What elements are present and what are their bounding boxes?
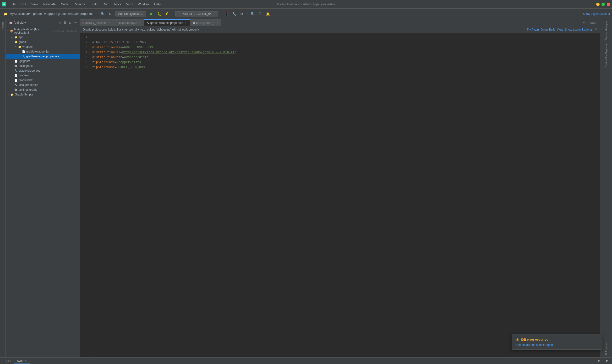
device-selector[interactable]: Pixel 3a API 33 x86_64	[175, 11, 218, 16]
minimize-button[interactable]: −	[596, 3, 599, 6]
bottom-tab-sync-close[interactable]: ×	[25, 359, 27, 363]
title-bar: A File Edit View Navigate Code Refactor …	[0, 0, 612, 9]
editor-tab-bar: ⬡ activity_main.xml × K MainActivity.kt …	[80, 19, 600, 26]
tab-close-gradle-wrapper-properties[interactable]: ×	[184, 21, 187, 25]
ide-error-notification: ⚠ IDE error occurred See details and sub…	[512, 334, 602, 350]
menu-tools[interactable]: Tools	[111, 1, 123, 7]
run-button[interactable]: ▶	[148, 11, 155, 17]
tree-item-build-gradle[interactable]: ▸ 🐘 build.gradle	[6, 64, 80, 68]
device-manager-label[interactable]: Device Manager	[604, 19, 608, 42]
left-sidebar-icons: Project	[0, 19, 6, 357]
tab-settings-icon[interactable]: ⋯	[581, 19, 588, 26]
tab-close-activity-main[interactable]: ×	[108, 21, 111, 25]
build-collapse-icon[interactable]: ▼	[603, 358, 610, 364]
menu-build[interactable]: Build	[88, 1, 100, 7]
tree-item-app[interactable]: ▸ 📁 app	[6, 35, 80, 40]
tab-gradle-wrapper-properties[interactable]: 🔧 gradle-wrapper.properties ×	[144, 19, 190, 26]
show-log-link[interactable]: Show Log in Explorer	[583, 12, 610, 15]
open-build-view-link[interactable]: Open 'Build' View	[541, 28, 563, 31]
notification-text: Gradle project sync failed. Basic functi…	[83, 28, 525, 31]
menu-refactor[interactable]: Refactor	[71, 1, 88, 7]
tab-close-build-gradle[interactable]: ×	[215, 21, 219, 25]
tree-item-gitignore[interactable]: ▸ 📄 .gitignore	[6, 59, 80, 64]
window-controls: − □ ×	[596, 3, 610, 6]
menu-window[interactable]: Window	[136, 1, 151, 7]
tree-root[interactable]: ▾ 📦 MyApplication4 [My Application] C:\U…	[6, 27, 80, 35]
project-settings-icon[interactable]: ⚙	[58, 21, 62, 25]
bottom-tab-build[interactable]: Build	[2, 358, 14, 364]
tab-close-mainactivity[interactable]: ×	[138, 21, 141, 25]
tree-item-local-properties[interactable]: ▸ 🔧 local.properties	[6, 83, 80, 87]
ide-error-submit-link[interactable]: See details and submit report	[516, 343, 553, 347]
close-button[interactable]: ×	[607, 3, 610, 6]
search-everywhere-icon[interactable]: 🔍	[249, 11, 256, 17]
tab-build-gradle[interactable]: 🐘 build.gradle (:) ×	[190, 19, 222, 26]
toolbar-sep-2	[172, 11, 172, 17]
tree-item-wrapper[interactable]: ▾ 📁 wrapper	[6, 44, 80, 49]
menu-help[interactable]: Help	[152, 1, 163, 7]
window-title: My Application - gradle-wrapper.properti…	[277, 2, 335, 6]
code-line-6: zipStoreBase=GRADLE_USER_HOME	[92, 65, 147, 69]
search-icon[interactable]: 🔍	[99, 11, 106, 17]
project-collapse-icon[interactable]: ☰	[63, 21, 67, 25]
menu-view[interactable]: View	[29, 1, 41, 7]
code-content[interactable]: #Thu Dec 15 14:53:32 EET 2022 distributi…	[89, 33, 600, 357]
tree-item-gradle-wrapper-jar[interactable]: ▸ 📄 gradle-wrapper.jar	[6, 49, 80, 54]
ai-assistant-label[interactable]: Assi...	[589, 21, 598, 24]
tree-item-gradlew-bat[interactable]: ▸ 📄 gradlew.bat	[6, 78, 80, 83]
tree-item-gradle-folder[interactable]: ▾ 📁 gradle	[6, 40, 80, 44]
project-tab-label[interactable]: Project	[1, 20, 5, 32]
tree-item-gradlew[interactable]: ▸ 📄 gradlew	[6, 73, 80, 78]
breadcrumb-file[interactable]: gradle-wrapper.properties	[58, 12, 93, 15]
registry-icon[interactable]: ☰	[257, 11, 264, 17]
code-editor[interactable]: 1 2 3 4 5 6 7 #Thu Dec 15 14:53:32 EET 2…	[80, 33, 600, 357]
notification-bar: Gradle project sync failed. Basic functi…	[80, 26, 600, 33]
bottom-panel: Build Sync × ⚙ ▼ ↻ ■ ⊟ 🔍 ⊞ ▾ 🔴 MyApplica…	[0, 357, 612, 364]
maximize-button[interactable]: □	[601, 3, 605, 6]
project-filter-icon[interactable]: ⊟	[68, 21, 72, 25]
code-line-3: distributionUrl=https\://services.gradle…	[92, 50, 236, 54]
menu-vcs[interactable]: VCS	[124, 1, 135, 7]
menu-code[interactable]: Code	[58, 1, 71, 7]
android-view-dropdown[interactable]: 🤖 Android ▾	[8, 21, 27, 24]
project-more-icon[interactable]: ⋯	[73, 21, 78, 25]
tab-mainactivity-kt[interactable]: K MainActivity.kt ×	[114, 19, 144, 26]
toolbar-project-icon[interactable]: 📁	[2, 11, 9, 17]
notifications-icon[interactable]: 🔔	[265, 11, 271, 17]
device-file-explorer-label[interactable]: Device File Explorer	[604, 42, 608, 69]
try-again-link[interactable]: Try Again	[527, 28, 539, 31]
avd-manager-icon[interactable]: 📱	[223, 11, 230, 17]
menu-bar: File Edit View Navigate Code Refactor Bu…	[8, 1, 163, 7]
menu-edit[interactable]: Edit	[18, 1, 28, 7]
toolbar-sep-4	[247, 11, 248, 17]
tree-item-gradle-scripts[interactable]: ▸ 📁 Gradle Scripts	[6, 92, 80, 97]
settings-icon[interactable]: ⚙	[238, 11, 245, 17]
breadcrumb-wrapper[interactable]: wrapper	[44, 12, 56, 15]
sdk-manager-icon[interactable]: 🔧	[231, 11, 238, 17]
tree-item-gradle-wrapper-properties[interactable]: ▸ 🔧 gradle-wrapper.properties	[6, 54, 80, 59]
line-numbers: 1 2 3 4 5 6 7	[80, 33, 89, 357]
tab-activity-main-xml[interactable]: ⬡ activity_main.xml ×	[80, 19, 114, 26]
ai-assistant-sidebar-label[interactable]: AI Assistant	[604, 340, 608, 357]
editor-container: ⬡ activity_main.xml × K MainActivity.kt …	[80, 19, 600, 357]
sync-icon[interactable]: ↻	[107, 11, 113, 17]
breadcrumb-app[interactable]: MyApplication4	[10, 12, 31, 15]
tree-item-settings-gradle[interactable]: ▸ 🐘 settings.gradle	[6, 87, 80, 92]
project-panel: 🤖 Android ▾ ⚙ ☰ ⊟ ⋯ ▾ 📦 MyApplication4 […	[6, 19, 80, 357]
code-line-4: distributionPath=wrapper/dists	[92, 55, 149, 59]
menu-file[interactable]: File	[8, 1, 18, 7]
main-layout: Project 🤖 Android ▾ ⚙ ☰ ⊟ ⋯ ▾ 📦 MyApplic…	[0, 19, 612, 357]
show-log-in-explorer-link[interactable]: Show Log in Explorer	[565, 28, 592, 31]
tab-end-buttons: ⋯ Assi...	[580, 19, 600, 26]
build-settings-icon[interactable]: ⚙	[596, 358, 602, 364]
tree-item-gradle-properties[interactable]: ▸ 🔧 gradle.properties	[6, 68, 80, 73]
menu-run[interactable]: Run	[100, 1, 111, 7]
menu-navigate[interactable]: Navigate	[41, 1, 58, 7]
debug-button[interactable]: 🐛	[156, 11, 163, 17]
breadcrumb-gradle[interactable]: gradle	[33, 12, 42, 15]
profile-button[interactable]: ⚡	[164, 11, 170, 17]
main-toolbar: 📁 MyApplication4 › gradle › wrapper › gr…	[0, 9, 612, 19]
bottom-tab-sync[interactable]: Sync ×	[14, 358, 30, 364]
breadcrumb: MyApplication4 › gradle › wrapper › grad…	[10, 12, 93, 15]
add-configuration-button[interactable]: Add Configuration...	[115, 11, 146, 16]
